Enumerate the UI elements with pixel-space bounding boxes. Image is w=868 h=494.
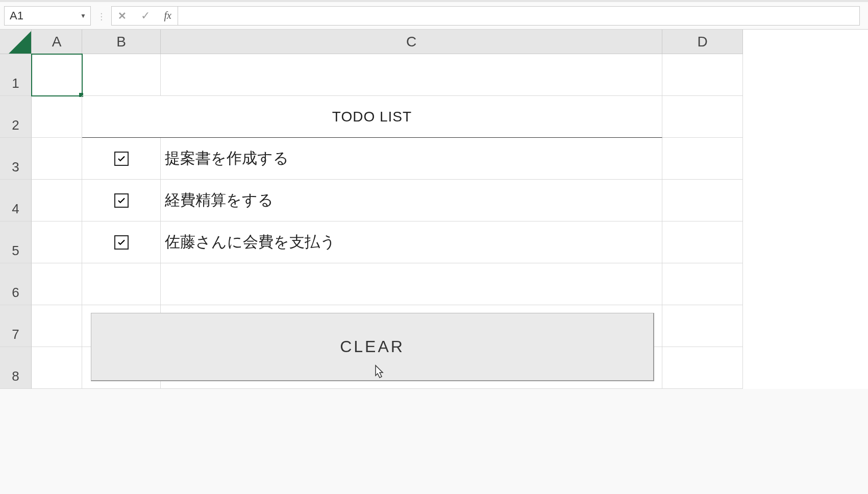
cell-a8[interactable]	[32, 347, 82, 389]
task-text-2: 経費精算をする	[165, 190, 274, 211]
cell-a4[interactable]	[32, 180, 82, 221]
clear-button[interactable]: CLEAR	[91, 313, 654, 381]
row-header-8[interactable]: 8	[0, 347, 32, 389]
row-header-5[interactable]: 5	[0, 221, 32, 263]
formula-bar: A1 ▼ ··· ✕ ✓ fx	[0, 0, 868, 30]
cell-a7[interactable]	[32, 305, 82, 347]
cell-c6[interactable]	[161, 263, 662, 305]
fx-icon[interactable]: fx	[164, 10, 171, 21]
cell-b5[interactable]	[82, 221, 161, 263]
row-header-1[interactable]: 1	[0, 54, 32, 96]
cell-b6[interactable]	[82, 263, 161, 305]
cell-b3[interactable]	[82, 138, 161, 180]
select-all-corner[interactable]	[0, 30, 32, 54]
checkbox-3[interactable]	[114, 235, 129, 250]
formula-input[interactable]	[178, 6, 860, 26]
checkbox-2[interactable]	[114, 193, 129, 208]
task-text-3: 佐藤さんに会費を支払う	[165, 232, 336, 253]
cell-d3[interactable]	[662, 138, 743, 180]
confirm-icon[interactable]: ✓	[141, 9, 150, 22]
cell-d7[interactable]	[662, 305, 743, 347]
col-header-b[interactable]: B	[82, 30, 161, 54]
cell-a2[interactable]	[32, 96, 82, 138]
cell-d5[interactable]	[662, 221, 743, 263]
col-header-a[interactable]: A	[32, 30, 82, 54]
row-header-7[interactable]: 7	[0, 305, 32, 347]
row-header-4[interactable]: 4	[0, 180, 32, 221]
cell-c3[interactable]: 提案書を作成する	[161, 138, 662, 180]
cell-a3[interactable]	[32, 138, 82, 180]
name-box-value: A1	[10, 9, 23, 22]
todo-title[interactable]: TODO LIST	[82, 96, 662, 138]
name-box[interactable]: A1 ▼	[4, 6, 91, 26]
resize-handle-icon[interactable]: ···	[100, 11, 102, 20]
checkbox-1[interactable]	[114, 152, 129, 166]
cell-c1[interactable]	[161, 54, 662, 96]
row-header-3[interactable]: 3	[0, 138, 32, 180]
cell-b4[interactable]	[82, 180, 161, 221]
cell-d2[interactable]	[662, 96, 743, 138]
cell-d1[interactable]	[662, 54, 743, 96]
dropdown-icon[interactable]: ▼	[80, 12, 86, 19]
cell-b1[interactable]	[82, 54, 161, 96]
row-header-2[interactable]: 2	[0, 96, 32, 138]
col-header-d[interactable]: D	[662, 30, 743, 54]
cell-a6[interactable]	[32, 263, 82, 305]
col-header-c[interactable]: C	[161, 30, 662, 54]
cell-d6[interactable]	[662, 263, 743, 305]
cancel-icon[interactable]: ✕	[118, 10, 127, 22]
formula-controls: ✕ ✓ fx	[111, 6, 178, 26]
check-icon	[117, 196, 126, 205]
cell-d8[interactable]	[662, 347, 743, 389]
check-icon	[117, 154, 126, 163]
cell-a5[interactable]	[32, 221, 82, 263]
cell-d4[interactable]	[662, 180, 743, 221]
cell-a1[interactable]	[32, 54, 82, 96]
cell-c4[interactable]: 経費精算をする	[161, 180, 662, 221]
row-header-6[interactable]: 6	[0, 263, 32, 305]
check-icon	[117, 238, 126, 247]
cell-c5[interactable]: 佐藤さんに会費を支払う	[161, 221, 662, 263]
task-text-1: 提案書を作成する	[165, 148, 289, 169]
